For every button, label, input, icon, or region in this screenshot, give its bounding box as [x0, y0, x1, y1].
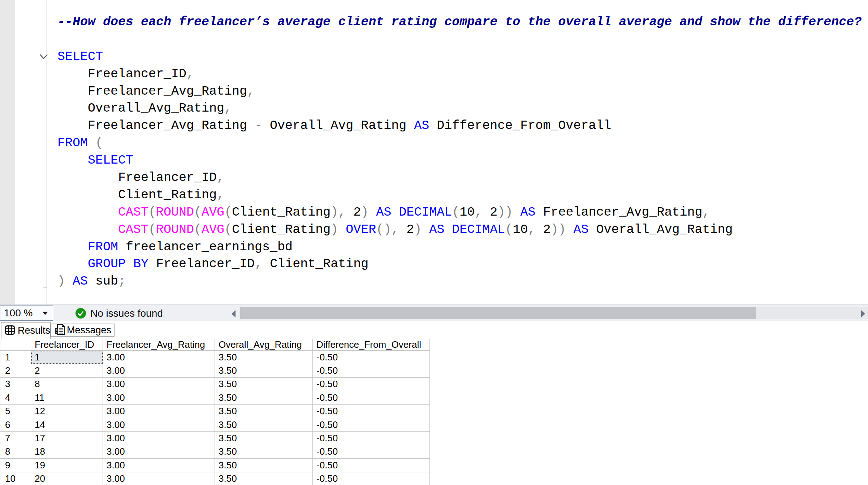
- grid-cell[interactable]: 20: [31, 472, 103, 485]
- code-token: 2: [346, 205, 361, 220]
- row-number-cell[interactable]: 5: [0, 404, 31, 418]
- grid-cell[interactable]: 3.00: [103, 391, 215, 404]
- status-message: No issues found: [90, 305, 163, 322]
- grid-cell[interactable]: 3.50: [215, 377, 313, 391]
- tab-results[interactable]: Results: [1, 322, 51, 339]
- messages-icon: [54, 323, 66, 337]
- code-token: Client_Rating: [232, 222, 331, 237]
- code-token: )): [497, 205, 513, 220]
- row-number-cell[interactable]: 6: [0, 418, 31, 431]
- grid-cell[interactable]: 3.50: [215, 418, 313, 431]
- code-token: ,: [703, 205, 710, 220]
- ssms-query-window: --How does each freelancer’s average cli…: [0, 0, 868, 485]
- grid-cell[interactable]: 11: [31, 391, 103, 404]
- code-token: Client_Rating: [232, 205, 331, 220]
- grid-corner-cell[interactable]: [0, 339, 31, 351]
- column-header[interactable]: Overall_Avg_Rating: [215, 339, 313, 351]
- grid-cell[interactable]: -0.50: [313, 364, 430, 377]
- row-number-cell[interactable]: 8: [0, 445, 31, 458]
- grid-cell[interactable]: 3.00: [103, 351, 215, 364]
- zoom-level-select[interactable]: 100 %: [0, 306, 53, 321]
- grid-cell[interactable]: 3.50: [215, 404, 313, 418]
- code-line: Freelancer_ID,: [57, 66, 861, 83]
- row-number-cell[interactable]: 1: [0, 351, 31, 364]
- grid-cell[interactable]: 2: [31, 364, 103, 377]
- grid-cell[interactable]: -0.50: [313, 445, 430, 458]
- grid-cell[interactable]: 3.50: [215, 391, 313, 404]
- column-header[interactable]: Freelancer_ID: [31, 339, 103, 351]
- code-token: BY: [133, 257, 148, 271]
- grid-cell[interactable]: -0.50: [313, 391, 430, 404]
- code-token: --How does each freelancer’s average cli…: [57, 15, 861, 29]
- grid-cell[interactable]: -0.50: [313, 418, 430, 431]
- grid-cell[interactable]: 8: [31, 377, 103, 391]
- code-line: Freelancer_ID,: [57, 169, 861, 187]
- code-token: (: [194, 205, 202, 220]
- grid-cell[interactable]: -0.50: [313, 432, 430, 445]
- table-row: 7173.003.50-0.50: [0, 432, 430, 445]
- code-token: freelancer_earnings_bd: [118, 240, 293, 254]
- code-token: AS: [376, 205, 391, 220]
- grid-cell[interactable]: 3.00: [103, 432, 215, 445]
- row-number-cell[interactable]: 9: [0, 459, 31, 472]
- grid-cell[interactable]: 1: [31, 351, 103, 364]
- code-line: CAST(ROUND(AVG(Client_Rating) OVER(), 2)…: [57, 221, 861, 239]
- grid-cell[interactable]: 12: [31, 404, 103, 418]
- outline-end-tick: [43, 287, 47, 287]
- code-token: Overall_Avg_Rating: [57, 101, 224, 116]
- grid-cell[interactable]: -0.50: [313, 472, 430, 485]
- code-area[interactable]: --How does each freelancer’s average cli…: [57, 14, 861, 290]
- column-header[interactable]: Difference_From_Overall: [313, 339, 430, 351]
- grid-cell[interactable]: 3.00: [103, 364, 215, 377]
- scroll-right-icon[interactable]: [861, 310, 865, 317]
- code-token: [88, 136, 95, 150]
- code-line: Overall_Avg_Rating,: [57, 100, 861, 117]
- grid-cell[interactable]: -0.50: [313, 404, 430, 418]
- grid-cell[interactable]: -0.50: [313, 459, 430, 472]
- row-number-cell[interactable]: 2: [0, 364, 31, 377]
- table-row: 10203.003.50-0.50: [0, 472, 430, 485]
- grid-cell[interactable]: 3.00: [103, 377, 215, 391]
- row-number-cell[interactable]: 10: [0, 472, 31, 485]
- grid-cell[interactable]: 3.00: [103, 459, 215, 472]
- code-token: AS: [573, 222, 588, 237]
- tab-messages[interactable]: Messages: [51, 324, 115, 337]
- grid-cell[interactable]: 3.00: [103, 472, 215, 485]
- scroll-left-icon[interactable]: [232, 310, 236, 317]
- grid-cell[interactable]: 3.00: [103, 404, 215, 418]
- row-number-cell[interactable]: 3: [0, 377, 31, 391]
- grid-cell[interactable]: 18: [31, 445, 103, 458]
- code-token: [57, 153, 88, 168]
- code-token: FROM: [88, 240, 118, 254]
- grid-cell[interactable]: 3.50: [215, 472, 313, 485]
- grid-cell[interactable]: 3.50: [215, 432, 313, 445]
- grid-cell[interactable]: -0.50: [313, 351, 430, 364]
- editor-status-bar: 100 % No issues found: [0, 304, 868, 321]
- scrollbar-thumb[interactable]: [240, 307, 756, 319]
- grid-cell[interactable]: 3.00: [103, 418, 215, 431]
- horizontal-scrollbar[interactable]: [228, 305, 868, 322]
- code-token: Difference_From_Overall: [429, 118, 611, 133]
- grid-cell[interactable]: 14: [31, 418, 103, 431]
- code-token: 10: [459, 205, 475, 220]
- grid-cell[interactable]: 19: [31, 459, 103, 472]
- code-token: [444, 222, 452, 237]
- grid-cell[interactable]: 3.00: [103, 445, 215, 458]
- row-number-cell[interactable]: 4: [0, 391, 31, 404]
- code-token: CAST: [118, 205, 148, 220]
- code-token: (: [505, 222, 513, 237]
- code-token: AVG: [202, 205, 224, 220]
- grid-cell[interactable]: 3.50: [215, 445, 313, 458]
- code-token: ROUND: [156, 222, 194, 237]
- grid-cell[interactable]: 17: [31, 432, 103, 445]
- grid-cell[interactable]: 3.50: [215, 364, 313, 377]
- collapse-region-icon[interactable]: [38, 53, 49, 62]
- code-token: (),: [376, 222, 399, 237]
- grid-cell[interactable]: -0.50: [313, 377, 430, 391]
- grid-cell[interactable]: 3.50: [215, 351, 313, 364]
- grid-cell[interactable]: 3.50: [215, 459, 313, 472]
- row-number-cell[interactable]: 7: [0, 432, 31, 445]
- table-row: 223.003.50-0.50: [0, 364, 430, 377]
- column-header[interactable]: Freelancer_Avg_Rating: [103, 339, 215, 351]
- zoom-level-value: 100 %: [4, 306, 33, 320]
